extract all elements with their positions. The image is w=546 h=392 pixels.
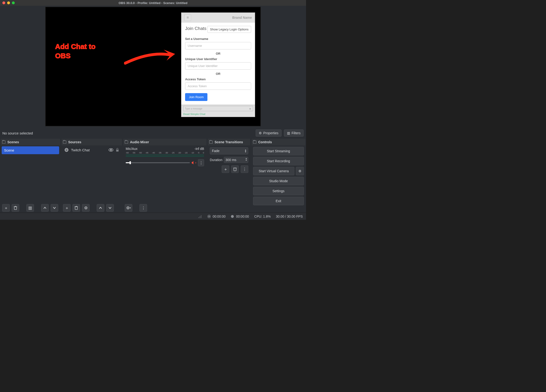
sources-header: Sources (62, 139, 122, 145)
annotation-line: OBS (55, 51, 96, 60)
controls-dock: Controls Start Streaming Start Recording… (252, 139, 305, 213)
transitions-header: Scene Transitions (208, 139, 250, 145)
properties-button[interactable]: ⚙ Properties (256, 130, 282, 137)
delete-transition-button[interactable] (231, 165, 239, 173)
mixer-header: Audio Mixer (123, 139, 207, 145)
chat-footer: Type a message ☻ Dead Simple Chat (181, 105, 255, 117)
properties-label: Properties (263, 131, 279, 135)
delete-scene-button[interactable] (12, 204, 19, 212)
mixer-channel: Mic/Aux -inf dB -60-55-50-45-40-35-30-25… (124, 146, 206, 167)
preview-canvas[interactable]: Add Chat to OBS ≡ Brand Name Join Chats … (45, 7, 261, 126)
dock-icon (253, 141, 256, 144)
sources-dock: Sources Twitch Chat ＋ ⚙ (62, 139, 122, 213)
virtual-camera-settings-button[interactable]: ⚙ (296, 167, 304, 175)
scenes-list: Scene (1, 145, 60, 203)
start-recording-button[interactable]: Start Recording (253, 157, 304, 165)
scenes-title: Scenes (7, 140, 19, 144)
mixer-body: Mic/Aux -inf dB -60-55-50-45-40-35-30-25… (123, 145, 207, 203)
duration-label: Duration (210, 158, 222, 162)
scene-down-button[interactable] (51, 204, 58, 212)
start-virtual-camera-button[interactable]: Start Virtual Camera (253, 167, 294, 175)
transitions-body: Fade ▴▾ Duration ▴▾ ＋ ⋮ (208, 145, 250, 213)
scene-item[interactable]: Scene (2, 146, 59, 154)
token-input[interactable] (185, 82, 251, 90)
dock-icon (2, 141, 6, 144)
svg-point-18 (208, 216, 210, 217)
chat-heading: Join Chats (185, 26, 207, 31)
dock-icon (209, 141, 213, 144)
scenes-footer: ＋ ▥ (1, 203, 60, 213)
dock-icon (125, 141, 128, 144)
rec-time: 00:00:00 (236, 215, 249, 218)
start-streaming-button[interactable]: Start Streaming (253, 147, 304, 155)
window-title: OBS 30.0.0 - Profile: Untitled - Scenes:… (0, 1, 306, 5)
sources-footer: ＋ ⚙ (62, 203, 122, 213)
no-source-label: No source selected (2, 131, 33, 135)
source-properties-button[interactable]: ⚙ (82, 204, 90, 212)
transitions-title: Scene Transitions (214, 140, 243, 144)
scenes-dock: Scenes Scene ＋ ▥ (1, 139, 60, 213)
uuid-label: Unique User Identifier (185, 57, 251, 61)
svg-rect-12 (234, 168, 236, 171)
chat-widget-source: ≡ Brand Name Join Chats Show Legacy Logi… (181, 12, 255, 117)
lock-icon[interactable] (116, 148, 119, 152)
scenes-header: Scenes (1, 139, 60, 145)
source-up-button[interactable] (97, 204, 104, 212)
mute-button[interactable]: × (191, 161, 196, 165)
uuid-input[interactable] (185, 62, 251, 70)
updown-icon: ▴▾ (245, 149, 246, 153)
transition-select[interactable]: Fade ▴▾ (210, 147, 248, 154)
arrow-icon (124, 49, 179, 68)
add-transition-button[interactable]: ＋ (222, 165, 229, 173)
add-scene-button[interactable]: ＋ (2, 204, 10, 212)
hamburger-icon[interactable]: ≡ (184, 14, 191, 21)
titlebar: OBS 30.0.0 - Profile: Untitled - Scenes:… (0, 0, 306, 6)
controls-body: Start Streaming Start Recording Start Vi… (252, 145, 305, 213)
live-status: 00:00:00 (208, 215, 226, 218)
preview-area: Add Chat to OBS ≡ Brand Name Join Chats … (0, 6, 306, 127)
filters-label: Filters (292, 131, 300, 135)
username-label: Set a Username (185, 37, 251, 41)
join-room-button[interactable]: Join Room (185, 93, 208, 101)
svg-rect-0 (14, 207, 17, 209)
transition-menu-button[interactable]: ⋮ (241, 165, 248, 173)
updown-icon[interactable]: ▴▾ (246, 157, 247, 161)
source-toolbar: No source selected ⚙ Properties ▥ Filter… (0, 127, 306, 139)
volume-slider[interactable] (126, 162, 190, 163)
chat-panel: Join Chats Show Legacy Login Options Set… (181, 23, 255, 105)
scene-up-button[interactable] (41, 204, 49, 212)
chat-footer-link[interactable]: Dead Simple Chat (183, 113, 206, 116)
svg-rect-15 (200, 216, 200, 218)
mixer-footer: ⚙▾ ⋮ (123, 203, 207, 213)
studio-mode-button[interactable]: Studio Mode (253, 177, 304, 185)
chat-brand: Brand Name (232, 16, 252, 20)
emoji-icon: ☻ (249, 107, 251, 110)
filters-button[interactable]: ▥ Filters (284, 130, 304, 137)
delete-source-button[interactable] (72, 204, 80, 212)
cpu-status: CPU: 1.8% (254, 215, 271, 218)
source-item[interactable]: Twitch Chat (63, 146, 121, 153)
legacy-login-button[interactable]: Show Legacy Login Options (208, 26, 251, 33)
network-icon (198, 215, 202, 218)
meter-scale: -60-55-50-45-40-35-30-25-20-15-10-50 (126, 151, 204, 154)
sources-title: Sources (68, 140, 81, 144)
scene-filter-button[interactable]: ▥ (26, 204, 34, 212)
duration-input[interactable] (224, 157, 248, 163)
eye-icon[interactable] (109, 148, 113, 151)
obs-window: OBS 30.0.0 - Profile: Untitled - Scenes:… (0, 0, 306, 220)
username-input[interactable] (185, 42, 251, 49)
settings-button[interactable]: Settings (253, 187, 304, 195)
mixer-menu-button[interactable]: ⋮ (139, 204, 147, 212)
add-source-button[interactable]: ＋ (63, 204, 71, 212)
dock-icon (63, 141, 66, 144)
mixer-settings-button[interactable]: ⚙▾ (125, 204, 132, 212)
token-label: Access Token (185, 78, 251, 81)
or-separator: OR (185, 52, 251, 55)
statusbar: 00:00:00 00:00:00 CPU: 1.8% 30.00 / 30.0… (0, 213, 306, 220)
channel-level: -inf dB (195, 147, 204, 151)
exit-button[interactable]: Exit (253, 197, 304, 205)
controls-title: Controls (258, 140, 272, 144)
source-down-button[interactable] (106, 204, 114, 212)
fps-status: 30.00 / 30.00 FPS (276, 215, 303, 218)
channel-menu-button[interactable]: ⋮ (198, 159, 204, 166)
